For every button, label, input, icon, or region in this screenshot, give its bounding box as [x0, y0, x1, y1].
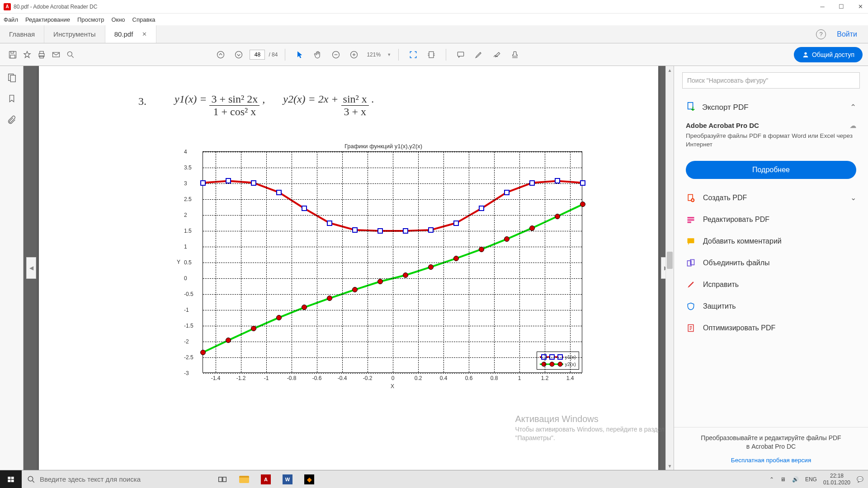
menu-help[interactable]: Справка: [132, 16, 156, 23]
bookmark-icon[interactable]: [7, 94, 17, 105]
menu-edit[interactable]: Редактирование: [25, 16, 70, 23]
signin-link[interactable]: Войти: [837, 30, 857, 38]
svg-point-52: [542, 362, 546, 366]
svg-rect-70: [219, 477, 222, 482]
menu-file[interactable]: Файл: [4, 16, 18, 23]
cloud-icon: ☁: [850, 122, 856, 129]
tray-chevron-icon[interactable]: ⌃: [769, 476, 774, 483]
tab-tools[interactable]: Инструменты: [44, 25, 105, 43]
svg-rect-5: [40, 56, 43, 58]
word-taskbar-icon[interactable]: W: [277, 470, 298, 488]
taskbar-search[interactable]: Введите здесь текст для поиска: [22, 470, 212, 488]
tool-icon: [686, 324, 696, 333]
acrobat-taskbar-icon[interactable]: A: [255, 470, 277, 488]
zoom-in-icon[interactable]: [347, 47, 361, 62]
zoom-out-icon[interactable]: [329, 47, 343, 62]
svg-point-8: [217, 51, 224, 58]
export-desc: Преобразуйте файлы PDF в формат Word или…: [686, 132, 856, 149]
comment-icon[interactable]: [453, 47, 468, 62]
attachment-icon[interactable]: [7, 115, 17, 126]
svg-rect-59: [688, 219, 694, 221]
document-viewport[interactable]: ◀ 3. y1(x) = 3 + sin² 2x1 + cos² x , y2(…: [24, 66, 674, 470]
tool-row-0[interactable]: Создать PDF⌄: [674, 187, 868, 209]
export-pdf-icon: [686, 101, 696, 113]
menu-view[interactable]: Просмотр: [77, 16, 104, 23]
scroll-down-icon[interactable]: ▼: [666, 462, 674, 470]
tools-search-input[interactable]: Поиск "Нарисовать фигуру": [682, 72, 860, 89]
star-icon[interactable]: [20, 47, 34, 62]
highlight-icon[interactable]: [472, 47, 486, 62]
tool-row-3[interactable]: Объединить файлы: [674, 252, 868, 274]
vertical-scrollbar[interactable]: ▲ ▼: [665, 66, 674, 470]
svg-rect-1: [11, 51, 14, 53]
svg-point-54: [558, 362, 562, 366]
maximize-button[interactable]: ☐: [837, 3, 845, 11]
chart: Графики функций y1(x),y2(x) y1(x) y2(x) …: [180, 143, 587, 396]
tray-volume-icon[interactable]: 🔊: [792, 476, 799, 483]
separator: [398, 49, 399, 61]
scroll-up-icon[interactable]: ▲: [666, 66, 674, 74]
page-number-input[interactable]: [250, 50, 265, 60]
tool-icon: [686, 237, 696, 246]
fit-page-icon[interactable]: [424, 47, 439, 62]
scroll-thumb[interactable]: [667, 252, 673, 269]
share-button[interactable]: Общий доступ: [794, 47, 863, 62]
search-icon[interactable]: [63, 47, 78, 62]
menu-window[interactable]: Окно: [111, 16, 125, 23]
tab-home[interactable]: Главная: [0, 25, 44, 43]
sign-icon[interactable]: [490, 47, 504, 62]
close-button[interactable]: ✕: [856, 3, 864, 11]
tab-document[interactable]: 80.pdf ✕: [105, 25, 157, 43]
svg-point-9: [236, 51, 242, 58]
page-up-icon[interactable]: [213, 47, 228, 62]
thumbnails-icon[interactable]: [7, 72, 17, 84]
print-icon[interactable]: [34, 47, 49, 62]
formula-block: 3. y1(x) = 3 + sin² 2x1 + cos² x , y2(x)…: [175, 93, 374, 118]
app-taskbar-icon[interactable]: ◆: [298, 470, 320, 488]
svg-rect-55: [688, 103, 693, 109]
cursor-icon[interactable]: [292, 47, 307, 62]
file-explorer-icon[interactable]: [233, 470, 255, 488]
svg-rect-50: [558, 355, 562, 359]
export-pdf-header[interactable]: Экспорт PDF ⌃: [674, 95, 868, 120]
start-button[interactable]: [0, 470, 22, 488]
free-trial-link[interactable]: Бесплатная пробная версия: [686, 457, 856, 464]
tray-network-icon[interactable]: 🖥: [780, 476, 786, 483]
tab-close-icon[interactable]: ✕: [142, 31, 147, 38]
share-button-label: Общий доступ: [812, 51, 854, 58]
pdf-page: 3. y1(x) = 3 + sin² 2x1 + cos² x , y2(x)…: [39, 66, 658, 470]
tray-notifications-icon[interactable]: 💬: [857, 476, 863, 483]
windows-taskbar: Введите здесь текст для поиска A W ◆ ⌃ 🖥…: [0, 470, 868, 488]
menubar: Файл Редактирование Просмотр Окно Справк…: [0, 14, 868, 25]
zoom-dropdown-icon[interactable]: ▼: [387, 52, 391, 57]
hand-icon[interactable]: [311, 47, 325, 62]
tool-row-4[interactable]: Исправить: [674, 274, 868, 296]
tool-row-5[interactable]: Защитить: [674, 296, 868, 317]
svg-rect-4: [40, 51, 43, 53]
svg-point-7: [67, 52, 72, 56]
tray-clock[interactable]: 22:1801.01.2020: [823, 473, 850, 486]
tool-row-2[interactable]: Добавить комментарий: [674, 230, 868, 252]
tray-language[interactable]: ENG: [805, 476, 817, 483]
export-title: Adobe Acrobat Pro DC: [686, 122, 759, 129]
minimize-button[interactable]: ─: [818, 3, 826, 11]
prev-page-caret[interactable]: ◀: [26, 257, 36, 279]
more-button[interactable]: Подробнее: [686, 161, 856, 179]
page-total: / 84: [269, 52, 278, 58]
page-down-icon[interactable]: [231, 47, 246, 62]
fit-width-icon[interactable]: [406, 47, 420, 62]
svg-point-14: [804, 52, 807, 54]
task-view-icon[interactable]: [212, 470, 233, 488]
tool-row-6[interactable]: Оптимизировать PDF: [674, 317, 868, 339]
save-icon[interactable]: [5, 47, 20, 62]
svg-rect-61: [688, 238, 694, 243]
svg-rect-13: [458, 52, 463, 56]
mail-icon[interactable]: [49, 47, 63, 62]
svg-rect-66: [11, 477, 14, 479]
stamp-icon[interactable]: [508, 47, 522, 62]
windows-activation-watermark: Активация Windows Чтобы активировать Win…: [515, 413, 665, 443]
help-icon[interactable]: ?: [816, 29, 826, 39]
tool-row-1[interactable]: Редактировать PDF: [674, 209, 868, 230]
tool-icon: [686, 193, 696, 202]
zoom-value: 121%: [367, 52, 381, 58]
